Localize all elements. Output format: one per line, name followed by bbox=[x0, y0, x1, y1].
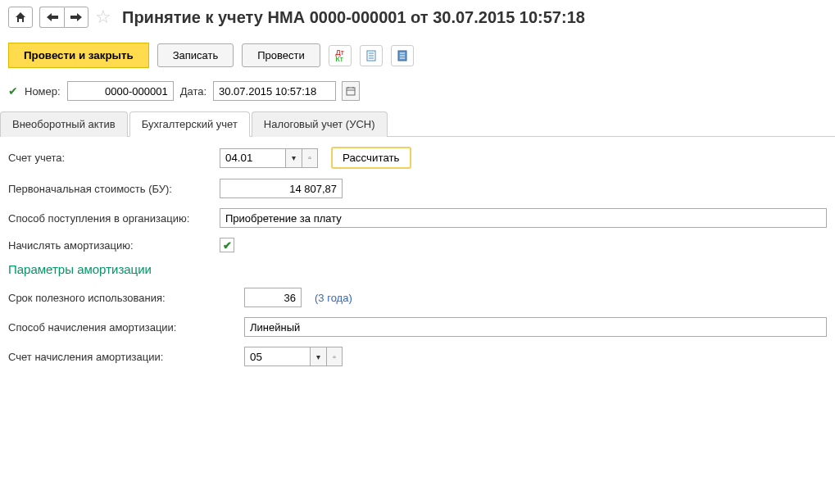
date-input[interactable] bbox=[213, 81, 336, 101]
document-icon-button[interactable] bbox=[360, 45, 383, 66]
number-input[interactable] bbox=[67, 81, 174, 101]
posted-checkmark-icon: ✔ bbox=[8, 84, 18, 98]
post-and-close-button[interactable]: Провести и закрыть bbox=[8, 43, 149, 68]
list-icon-button[interactable] bbox=[391, 45, 414, 66]
amortization-method-input[interactable] bbox=[244, 317, 827, 337]
amortization-checkbox[interactable]: ✔ bbox=[220, 238, 234, 252]
amortization-section-title: Параметры амортизации bbox=[8, 262, 827, 276]
date-label: Дата: bbox=[180, 85, 206, 98]
post-button[interactable]: Провести bbox=[242, 43, 320, 67]
svg-rect-8 bbox=[347, 88, 355, 95]
save-button[interactable]: Записать bbox=[157, 43, 234, 67]
tab-accounting[interactable]: Бухгалтерский учет bbox=[129, 111, 250, 137]
amortization-flag-label: Начислять амортизацию: bbox=[8, 239, 213, 252]
back-button[interactable] bbox=[39, 7, 64, 28]
account-dropdown-icon[interactable]: ▾ bbox=[285, 148, 302, 168]
account-open-icon[interactable]: ▫ bbox=[302, 148, 318, 168]
tab-tax-usn[interactable]: Налоговый учет (УСН) bbox=[252, 111, 388, 137]
receipt-method-label: Способ поступления в организацию: bbox=[8, 212, 213, 225]
account-input[interactable] bbox=[220, 148, 285, 168]
number-label: Номер: bbox=[25, 85, 61, 98]
useful-life-label: Срок полезного использования: bbox=[8, 292, 238, 304]
amortization-account-input[interactable] bbox=[244, 347, 310, 366]
forward-button[interactable] bbox=[64, 7, 88, 28]
page-title: Принятие к учету НМА 0000-000001 от 30.0… bbox=[122, 8, 585, 27]
useful-life-hint: (3 года) bbox=[315, 292, 352, 304]
dt-kt-icon-button[interactable]: ДтКт bbox=[329, 45, 352, 66]
initial-cost-input[interactable] bbox=[220, 179, 343, 198]
calculate-button[interactable]: Рассчитать bbox=[331, 147, 411, 169]
receipt-method-input[interactable] bbox=[220, 208, 827, 228]
amortization-account-open-icon[interactable]: ▫ bbox=[326, 347, 343, 366]
amortization-method-label: Способ начисления амортизации: bbox=[8, 321, 238, 334]
initial-cost-label: Первоначальная стоимость (БУ): bbox=[8, 183, 213, 195]
account-label: Счет учета: bbox=[8, 152, 213, 164]
favorite-star-icon[interactable]: ☆ bbox=[95, 7, 111, 28]
home-button[interactable] bbox=[8, 7, 33, 28]
amortization-account-dropdown-icon[interactable]: ▾ bbox=[310, 347, 326, 366]
amortization-account-label: Счет начисления амортизации: bbox=[8, 351, 238, 363]
tab-noncurrent-asset[interactable]: Внеоборотный актив bbox=[0, 111, 128, 137]
calendar-icon-button[interactable] bbox=[342, 81, 360, 101]
useful-life-input[interactable] bbox=[244, 288, 302, 307]
